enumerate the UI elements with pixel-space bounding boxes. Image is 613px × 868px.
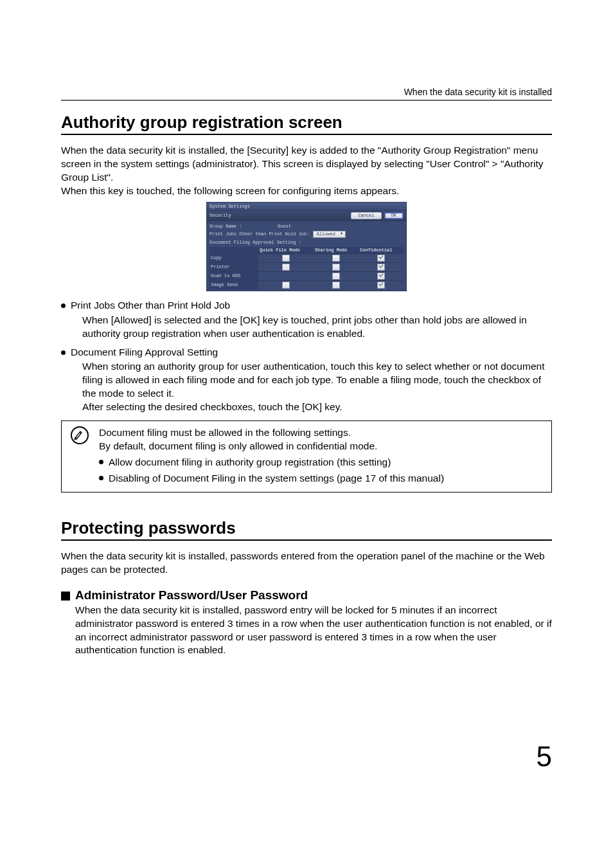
checkbox[interactable] [282, 255, 290, 262]
tab-security[interactable]: Security [209, 213, 231, 218]
bullet-title: Print Jobs Other than Print Hold Job [71, 300, 230, 311]
checkbox[interactable] [377, 282, 385, 289]
table-row: Image Send [209, 280, 404, 289]
section1-intro: When the data security kit is installed,… [61, 144, 552, 198]
note-line1: Document filing must be allowed in the f… [99, 426, 444, 440]
note-sub1: Allow document filing in authority group… [109, 456, 391, 469]
bullet-dot-icon [99, 476, 103, 480]
checkbox[interactable] [282, 282, 290, 289]
note-line2: By default, document filing is only allo… [99, 440, 444, 453]
table-row: Copy [209, 253, 404, 262]
group-name-label: Group Name : [209, 224, 274, 229]
sub-heading-text: Administrator Password/User Password [75, 588, 308, 602]
header-note: When the data security kit is installed [61, 87, 552, 101]
section1-intro1: When the data security kit is installed,… [61, 145, 544, 183]
bullet-dot-icon [61, 303, 66, 308]
settings-tabbar: Security Cancel OK [207, 211, 406, 221]
print-jobs-value: Allowed [316, 231, 335, 237]
checkbox[interactable] [332, 255, 340, 262]
bullet-body: When storing an authority group for user… [82, 360, 552, 414]
bullet-title: Document Filing Approval Setting [71, 347, 218, 357]
checkbox[interactable] [282, 264, 290, 271]
th-blank [209, 247, 258, 254]
checkbox[interactable] [332, 264, 340, 271]
pencil-icon [71, 426, 89, 444]
section2-intro: When the data security kit is installed,… [61, 550, 552, 577]
section1-title: Authority group registration screen [61, 113, 552, 135]
section2-title: Protecting passwords [61, 518, 552, 541]
group-name-value: Guest [278, 224, 291, 229]
ok-button[interactable]: OK [384, 212, 404, 219]
chevron-down-icon: ▼ [341, 231, 343, 237]
table-row: Scan to HDD [209, 271, 404, 280]
section1-intro2: When this key is touched, the following … [61, 185, 399, 196]
checkbox[interactable] [332, 273, 340, 280]
th-quick: Quick File Mode [258, 247, 314, 254]
checkbox[interactable] [377, 264, 385, 271]
page-number: 5 [61, 741, 552, 773]
row-printer-label: Printer [209, 262, 258, 271]
settings-panel: System Settings Security Cancel OK Group… [206, 202, 407, 291]
square-bullet-icon [61, 592, 70, 601]
row-copy-label: Copy [209, 253, 258, 262]
print-jobs-select[interactable]: Allowed ▼ [313, 231, 346, 238]
th-share: Sharing Mode [314, 247, 359, 254]
checkbox[interactable] [377, 255, 385, 262]
checkbox[interactable] [332, 282, 340, 289]
note-box: Document filing must be allowed in the f… [61, 420, 552, 493]
settings-titlebar: System Settings [207, 203, 406, 211]
cancel-button[interactable]: Cancel [351, 212, 381, 219]
note-sub2: Disabling of Document Filing in the syst… [109, 472, 444, 485]
row-scan-label: Scan to HDD [209, 271, 258, 280]
checkbox[interactable] [377, 273, 385, 280]
approval-label: Document Filing Approval Setting : [209, 240, 301, 245]
bullet-print-jobs: Print Jobs Other than Print Hold Job Whe… [61, 299, 552, 341]
bullet-dot-icon [61, 350, 66, 355]
th-conf: Confidential [359, 247, 404, 254]
approval-table: Quick File Mode Sharing Mode Confidentia… [209, 247, 404, 289]
bullet-dot-icon [99, 460, 103, 464]
row-image-label: Image Send [209, 280, 258, 289]
bullet-body: When [Allowed] is selected and the [OK] … [82, 314, 552, 341]
bullet-doc-filing: Document Filing Approval Setting When st… [61, 346, 552, 415]
table-row: Printer [209, 262, 404, 271]
sub-body: When the data security kit is installed,… [75, 604, 552, 658]
sub-heading: Administrator Password/User Password [61, 588, 552, 602]
print-jobs-label: Print Jobs Other than Print Hold Job: [209, 231, 309, 237]
